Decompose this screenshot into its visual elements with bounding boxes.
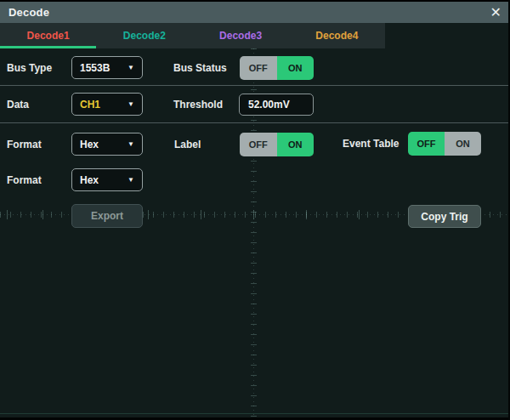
label-toggle-label: Label	[174, 133, 201, 156]
chevron-down-icon: ▼	[128, 176, 134, 184]
format-value: Hex	[80, 139, 99, 150]
bus-status-label: Bus Status	[173, 56, 227, 80]
chevron-down-icon: ▼	[128, 64, 134, 71]
label-off[interactable]: OFF	[240, 133, 277, 156]
copy-trig-button[interactable]: Copy Trig	[408, 205, 481, 228]
tab-decode4[interactable]: Decode4	[289, 23, 385, 48]
dialog-title: Decode	[8, 6, 49, 19]
bus-status-toggle[interactable]: OFF ON	[240, 56, 314, 80]
export-button[interactable]: Export	[71, 204, 143, 228]
tab-decode3[interactable]: Decode3	[193, 23, 289, 48]
event-table-label: Event Table	[343, 132, 399, 156]
format2-dropdown[interactable]: Hex ▼	[71, 168, 143, 191]
row-separator	[0, 85, 510, 86]
bus-type-dropdown[interactable]: 1553B ▼	[71, 56, 143, 79]
chevron-down-icon: ▼	[128, 100, 134, 108]
tab-strip: Decode1Decode2Decode3Decode4	[0, 23, 385, 48]
bus-status-on[interactable]: ON	[277, 56, 314, 80]
threshold-input[interactable]: 52.00mV	[239, 94, 314, 116]
export-button-label: Export	[91, 210, 123, 222]
event-table-toggle[interactable]: OFF ON	[408, 132, 481, 156]
data-source-value: CH1	[80, 99, 100, 111]
threshold-value: 52.00mV	[248, 99, 290, 111]
tab-decode1[interactable]: Decode1	[0, 23, 96, 48]
format2-value: Hex	[80, 174, 99, 186]
waveform-baseline	[0, 413, 510, 414]
format2-label: Format	[7, 168, 42, 192]
bus-status-off[interactable]: OFF	[240, 56, 277, 80]
copy-trig-button-label: Copy Trig	[421, 211, 468, 223]
row-separator	[0, 122, 510, 123]
close-icon[interactable]: ✕	[490, 6, 502, 20]
event-table-off[interactable]: OFF	[408, 132, 445, 156]
tab-decode2[interactable]: Decode2	[96, 23, 192, 48]
threshold-label: Threshold	[173, 93, 223, 116]
data-label: Data	[7, 93, 29, 116]
label-on[interactable]: ON	[277, 133, 314, 156]
title-bar: Decode ✕	[0, 2, 510, 23]
event-table-on[interactable]: ON	[445, 132, 481, 156]
format-label: Format	[7, 133, 42, 156]
label-toggle[interactable]: OFF ON	[240, 133, 314, 156]
decode-dialog: Decode ✕ Decode1Decode2Decode3Decode4 Bu…	[0, 0, 510, 420]
data-source-dropdown[interactable]: CH1 ▼	[71, 93, 143, 116]
format-dropdown[interactable]: Hex ▼	[71, 133, 143, 156]
bus-type-value: 1553B	[80, 62, 110, 74]
bus-type-label: Bus Type	[7, 56, 52, 80]
chevron-down-icon: ▼	[128, 140, 134, 148]
